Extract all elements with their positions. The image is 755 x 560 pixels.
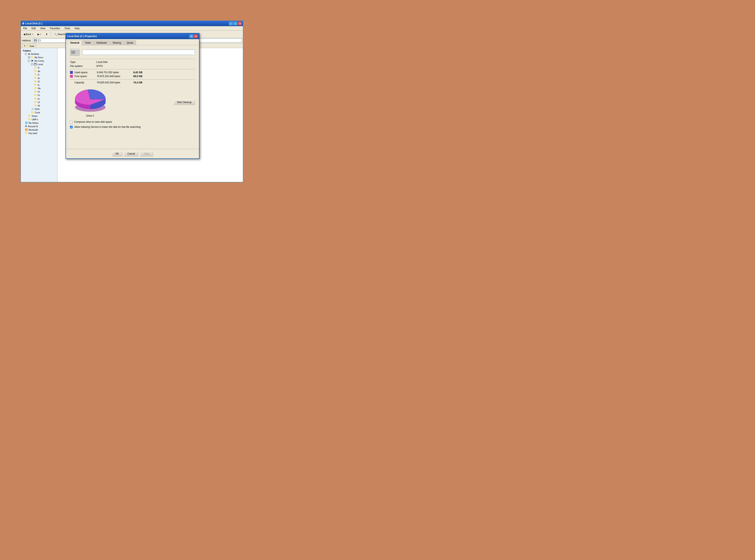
back-button[interactable]: ◀ Back ▼ — [22, 32, 35, 36]
sidebar-item-mynetwork[interactable]: 🌐My Netwo — [21, 121, 57, 124]
close-button[interactable]: ✕ — [238, 22, 242, 25]
sidebar-item-pa[interactable]: 📁PA — [21, 86, 57, 90]
forward-button[interactable]: ▶ ▼ — [36, 32, 43, 36]
back-arrow-icon: ◀ — [23, 33, 25, 36]
index-checkbox-row: Allow Indexing Service to index this dis… — [70, 125, 195, 129]
title-bar-text: Local Disk (C:) — [25, 22, 42, 25]
disk-cleanup-button[interactable]: Disk Cleanup — [174, 100, 195, 105]
folder-icon: 📁 — [28, 118, 31, 121]
capacity-spacer — [70, 81, 73, 84]
compress-checkbox-row: Compress drive to save disk space — [70, 120, 195, 124]
desktop-icon: 🖥 — [28, 53, 30, 55]
sidebar-item-pr2[interactable]: 📁Pr — [21, 94, 57, 97]
up-button[interactable]: ⬆ — [44, 32, 49, 36]
bluetooth-icon: 📶 — [25, 128, 28, 131]
fs-label: File system: — [70, 65, 96, 67]
menu-file[interactable]: File — [22, 27, 28, 30]
menu-bar: File Edit View Favorites Tools Help — [21, 26, 243, 31]
svg-point-3 — [77, 52, 78, 53]
ok-button[interactable]: OK — [112, 151, 122, 156]
search-button[interactable]: 🔍 Search — [53, 32, 67, 36]
used-bytes: 9.049.751.552 bytes — [97, 71, 133, 74]
dialog-title-bar: Local Disk (C:) Properties ? ✕ — [66, 34, 199, 39]
recycle-icon: ♻ — [25, 125, 27, 127]
prop-fs-row: File system: NTFS — [70, 65, 195, 67]
folder-icon: 📁 — [31, 56, 34, 59]
sidebar-item-ul[interactable]: 📁UI — [21, 100, 57, 104]
folder-icon: 📁 — [25, 132, 28, 135]
tree-expand-icon[interactable]: - — [28, 60, 30, 62]
sidebar-item-share[interactable]: 📁Share — [21, 114, 57, 118]
data-tab[interactable]: ✕ 📁 Data — [22, 44, 36, 48]
apply-button[interactable]: Apply — [140, 151, 153, 156]
compress-label[interactable]: Compress drive to save disk space — [74, 120, 112, 124]
used-space-row: Used space: 9.049.751.552 bytes 8,42 GB — [70, 71, 195, 74]
sidebar-item-d1[interactable]: 📁D — [21, 66, 57, 69]
properties-dialog: Local Disk (C:) Properties ? ✕ General T… — [65, 33, 199, 159]
svg-rect-1 — [71, 51, 75, 54]
sidebar-item-desktop[interactable]: - 🖥 Desktop — [21, 52, 57, 56]
menu-favorites[interactable]: Favorites — [49, 27, 61, 30]
menu-view[interactable]: View — [39, 27, 47, 30]
screen: 🖥 Local Disk (C:) ─ □ ✕ File Edit View F… — [20, 20, 243, 183]
compress-checkbox[interactable] — [70, 121, 73, 123]
tab-hardware[interactable]: Hardware — [94, 40, 110, 45]
sidebar-item-de[interactable]: 📁de — [21, 69, 57, 73]
sidebar-item-umf[interactable]: 📁UMF's — [21, 118, 57, 121]
cancel-button[interactable]: Cancel — [124, 151, 138, 156]
sidebar-item-dvd[interactable]: 💿DVD- — [21, 107, 57, 111]
sidebar-item-foto[interactable]: 📁foto telef — [21, 132, 57, 135]
menu-edit[interactable]: Edit — [30, 27, 37, 30]
index-label[interactable]: Allow Indexing Service to index this dis… — [74, 125, 141, 129]
tab-general[interactable]: General — [67, 40, 82, 45]
sidebar-item-recycle[interactable]: ♻Recycle B — [21, 124, 57, 128]
tree-expand-icon[interactable]: - — [25, 53, 27, 55]
sidebar-item-dr[interactable]: 📁dr — [21, 76, 57, 80]
sidebar-item-w[interactable]: 📁W — [21, 104, 57, 107]
maximize-button[interactable]: □ — [233, 22, 237, 25]
sidebar-item-pr1[interactable]: 📁Pr — [21, 90, 57, 94]
dvd-icon: 💿 — [31, 108, 34, 110]
sidebar-item-to[interactable]: 📁to — [21, 97, 57, 100]
capacity-bytes: 79.925.043.200 bytes — [97, 81, 133, 84]
tab-sharing[interactable]: Sharing — [110, 40, 123, 45]
disk-big-icon — [70, 48, 80, 56]
minimize-button[interactable]: ─ — [229, 22, 233, 25]
sidebar-item-i3[interactable]: 📁i3 — [21, 80, 57, 83]
pie-chart-section: Drive C — [70, 87, 111, 117]
tab-tools[interactable]: Tools — [82, 40, 93, 45]
sidebar-item-bluetooth[interactable]: 📶Bluetooth — [21, 128, 57, 132]
drive-icon: 💾 — [34, 63, 37, 65]
forward-dropdown-icon[interactable]: ▼ — [40, 33, 42, 35]
menu-help[interactable]: Help — [73, 27, 81, 30]
folder-icon: 📁 — [34, 104, 37, 107]
sidebar-item-mydocs[interactable]: + 📁 My Docu — [21, 56, 57, 59]
sidebar-item-contr[interactable]: 📁Contr — [21, 111, 57, 114]
forward-arrow-icon: ▶ — [38, 33, 39, 36]
back-dropdown-icon[interactable]: ▼ — [32, 33, 34, 35]
type-label: Type: — [70, 61, 96, 63]
search-icon: 🔍 — [54, 33, 57, 36]
drive-icon: 💾 — [34, 39, 37, 42]
sidebar-item-mycomp[interactable]: - 💻 My Comp — [21, 59, 57, 62]
menu-tools[interactable]: Tools — [63, 27, 71, 30]
index-checkbox[interactable] — [70, 126, 73, 128]
folder-icon: 📁 — [34, 101, 37, 103]
tree-expand-icon[interactable]: - — [31, 63, 33, 65]
disk-label-input[interactable] — [82, 50, 195, 55]
dialog-title-text: Local Disk (C:) Properties — [67, 35, 97, 38]
folders-header: Folders — [21, 49, 57, 52]
sidebar-item-local[interactable]: - 💾 Local — [21, 62, 57, 66]
address-label: Address — [22, 39, 31, 42]
folder-icon: 📁 — [34, 66, 37, 69]
tree-expand-icon[interactable]: + — [28, 56, 30, 58]
tab-quota[interactable]: Quota — [124, 40, 136, 45]
capacity-label: Capacity: — [75, 81, 97, 84]
dialog-help-button[interactable]: ? — [189, 35, 193, 38]
free-label: Free space: — [75, 75, 97, 78]
folder-icon: 📁 — [31, 111, 34, 114]
dialog-close-button[interactable]: ✕ — [194, 35, 198, 38]
sidebar-item-d2[interactable]: 📁D — [21, 73, 57, 76]
sidebar-item-ki[interactable]: 📁ki — [21, 83, 57, 86]
close-tab-icon[interactable]: ✕ — [24, 45, 25, 47]
